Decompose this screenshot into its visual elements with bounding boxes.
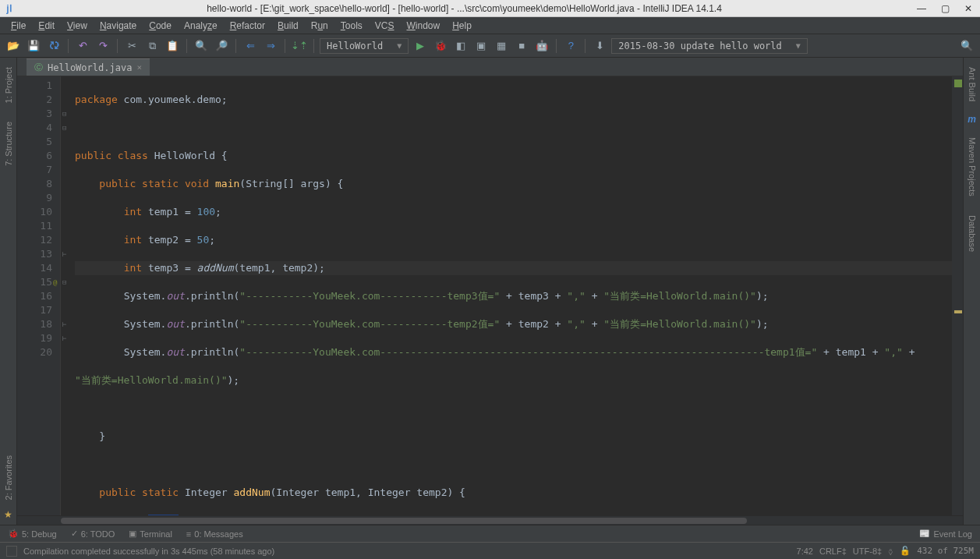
file-encoding[interactable]: UTF-8‡ bbox=[853, 547, 882, 556]
tab-filename: HelloWorld.java bbox=[48, 62, 132, 73]
line-separator[interactable]: CRLF‡ bbox=[819, 547, 847, 556]
log-icon: 📰 bbox=[919, 529, 930, 539]
fold-marker-icon[interactable]: ⊟ bbox=[62, 121, 66, 135]
forward-icon[interactable]: ⇒ bbox=[262, 37, 279, 55]
editor-tabs: Ⓒ HelloWorld.java × bbox=[17, 58, 963, 76]
star-icon: ★ bbox=[4, 509, 12, 520]
error-stripe[interactable] bbox=[952, 76, 963, 515]
fold-marker-icon[interactable]: ⊟ bbox=[62, 107, 66, 121]
status-message: Compilation completed successfully in 3s… bbox=[23, 547, 274, 556]
tool-database[interactable]: Database bbox=[968, 215, 977, 252]
menu-bar: File Edit View Navigate Code Analyze Ref… bbox=[0, 17, 980, 34]
menu-run[interactable]: Run bbox=[306, 19, 333, 33]
terminal-icon: ▣ bbox=[129, 529, 136, 539]
fold-end-icon[interactable]: ⊢ bbox=[62, 247, 66, 261]
dropdown-icon: ▼ bbox=[397, 41, 402, 50]
bottom-tool-bar: 🐞5: Debug ✓6: TODO ▣Terminal ≡0: Message… bbox=[0, 525, 980, 542]
tool-favorites[interactable]: 2: Favorites bbox=[4, 455, 13, 500]
java-class-icon: Ⓒ bbox=[34, 62, 43, 73]
tool-ant[interactable]: Ant Build bbox=[968, 67, 977, 101]
tool-maven[interactable]: Maven Projects bbox=[968, 137, 977, 196]
tool-event-log[interactable]: 📰Event Log bbox=[919, 529, 972, 539]
menu-file[interactable]: File bbox=[6, 19, 30, 33]
make-icon[interactable]: ⇣⇡ bbox=[291, 37, 308, 55]
window-title: hello-world - [E:\git_work_space\hello-w… bbox=[19, 3, 910, 14]
menu-navigate[interactable]: Navigate bbox=[95, 19, 141, 33]
run-config-selector[interactable]: HelloWorld ▼ bbox=[320, 38, 409, 54]
caret-position[interactable]: 7:42 bbox=[797, 547, 813, 556]
insert-mode-icon[interactable]: ⎀ bbox=[888, 547, 893, 556]
dropdown-icon: ▼ bbox=[796, 41, 801, 50]
tool-structure[interactable]: 7: Structure bbox=[4, 122, 13, 166]
tool-project[interactable]: 1: Project bbox=[4, 67, 13, 103]
close-button[interactable]: ✕ bbox=[957, 3, 980, 14]
help-icon[interactable]: ? bbox=[562, 37, 579, 55]
attach-icon[interactable]: ▣ bbox=[472, 37, 490, 55]
find-icon[interactable]: 🔍 bbox=[193, 37, 210, 55]
tool-debug[interactable]: 🐞5: Debug bbox=[8, 529, 57, 539]
tool-terminal[interactable]: ▣Terminal bbox=[129, 529, 172, 539]
run-config-label: HelloWorld bbox=[327, 41, 383, 51]
close-tab-icon[interactable]: × bbox=[136, 62, 142, 73]
readonly-lock-icon[interactable]: 🔓 bbox=[900, 546, 911, 556]
fold-end-icon[interactable]: ⊢ bbox=[62, 331, 66, 345]
profiler-icon[interactable]: ▦ bbox=[493, 37, 510, 55]
toolbar: 📂 💾 🗘 ↶ ↷ ✂ ⧉ 📋 🔍 🔎 ⇐ ⇒ ⇣⇡ HelloWorld ▼ … bbox=[0, 34, 980, 58]
minimize-button[interactable]: — bbox=[910, 3, 933, 14]
horizontal-scrollbar[interactable] bbox=[17, 515, 963, 525]
vcs-action-selector[interactable]: 2015-08-30 update hello world ▼ bbox=[611, 38, 808, 54]
line-number-gutter[interactable]: 1234 5678 9101112 13141516 17181920 bbox=[17, 76, 61, 515]
coverage-icon[interactable]: ◧ bbox=[452, 37, 469, 55]
title-bar: јӀ hello-world - [E:\git_work_space\hell… bbox=[0, 0, 980, 17]
maven-icon: m bbox=[968, 114, 976, 125]
left-tool-rail: 1: Project 7: Structure 2: Favorites ★ bbox=[0, 58, 17, 525]
android-icon[interactable]: 🤖 bbox=[533, 37, 550, 55]
fold-gutter[interactable]: ⊟ ⊟ ⊢ ⊟ ⊢ ⊢ @ bbox=[61, 76, 72, 515]
editor-tab[interactable]: Ⓒ HelloWorld.java × bbox=[27, 58, 150, 76]
stop-icon[interactable]: ■ bbox=[513, 37, 530, 55]
tool-messages[interactable]: ≡0: Messages bbox=[186, 529, 243, 539]
menu-tools[interactable]: Tools bbox=[336, 19, 367, 33]
right-tool-rail: Ant Build m Maven Projects Database bbox=[963, 58, 980, 525]
menu-code[interactable]: Code bbox=[144, 19, 176, 33]
undo-icon[interactable]: ↶ bbox=[74, 37, 91, 55]
tool-todo[interactable]: ✓6: TODO bbox=[71, 529, 115, 539]
status-bar: Compilation completed successfully in 3s… bbox=[0, 542, 980, 559]
paste-icon[interactable]: 📋 bbox=[164, 37, 181, 55]
code-editor[interactable]: 1234 5678 9101112 13141516 17181920 ⊟ ⊟ … bbox=[17, 76, 963, 515]
menu-help[interactable]: Help bbox=[448, 19, 476, 33]
scrollbar-thumb[interactable] bbox=[61, 518, 747, 524]
tool-window-quick-access-icon[interactable] bbox=[6, 546, 17, 557]
menu-refactor[interactable]: Refactor bbox=[225, 19, 270, 33]
menu-view[interactable]: View bbox=[62, 19, 92, 33]
back-icon[interactable]: ⇐ bbox=[242, 37, 259, 55]
app-logo-icon: јӀ bbox=[0, 3, 19, 14]
cut-icon[interactable]: ✂ bbox=[123, 37, 140, 55]
copy-icon[interactable]: ⧉ bbox=[143, 37, 161, 55]
run-icon[interactable]: ▶ bbox=[412, 37, 429, 55]
save-icon[interactable]: 💾 bbox=[25, 37, 42, 55]
memory-indicator[interactable]: 432 of 725M bbox=[917, 546, 974, 556]
fold-marker-icon[interactable]: ⊟ bbox=[62, 275, 66, 289]
menu-vcs[interactable]: VCS bbox=[370, 19, 399, 33]
menu-build[interactable]: Build bbox=[273, 19, 303, 33]
search-everywhere-icon[interactable]: 🔍 bbox=[958, 37, 975, 55]
todo-icon: ✓ bbox=[71, 529, 78, 539]
sync-icon[interactable]: 🗘 bbox=[45, 37, 62, 55]
debug-icon[interactable]: 🐞 bbox=[432, 37, 449, 55]
messages-icon: ≡ bbox=[186, 529, 191, 539]
fold-end-icon[interactable]: ⊢ bbox=[62, 317, 66, 331]
recursive-mark-icon: @ bbox=[53, 275, 57, 289]
menu-window[interactable]: Window bbox=[402, 19, 444, 33]
code-content[interactable]: package com.youmeek.demo; public class H… bbox=[72, 76, 952, 515]
inspection-ok-icon bbox=[954, 80, 962, 87]
redo-icon[interactable]: ↷ bbox=[94, 37, 111, 55]
vcs-action-label: 2015-08-30 update hello world bbox=[618, 41, 782, 51]
open-icon[interactable]: 📂 bbox=[5, 37, 22, 55]
maximize-button[interactable]: ▢ bbox=[933, 3, 957, 14]
replace-icon[interactable]: 🔎 bbox=[213, 37, 230, 55]
menu-analyze[interactable]: Analyze bbox=[179, 19, 222, 33]
warning-marker-icon[interactable] bbox=[954, 310, 962, 313]
vcs-update-icon[interactable]: ⬇ bbox=[591, 37, 608, 55]
menu-edit[interactable]: Edit bbox=[34, 19, 59, 33]
